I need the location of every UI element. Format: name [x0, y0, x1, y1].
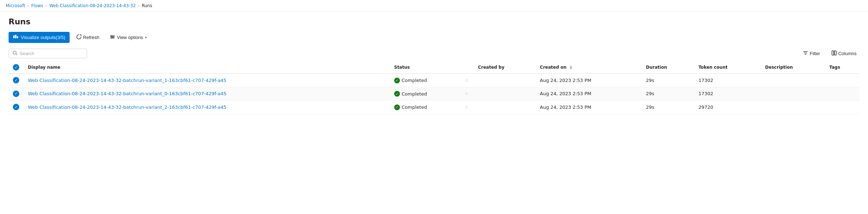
breadcrumb-sep-1: › — [27, 3, 29, 8]
svg-rect-2 — [17, 36, 18, 38]
visualize-label: Visualize outputs(3/5) — [21, 35, 65, 40]
status-completed-icon: ✓ — [394, 91, 400, 97]
row-duration: 29s — [642, 74, 694, 87]
row-token-count: 17302 — [694, 87, 761, 101]
svg-line-10 — [16, 54, 17, 55]
filter-icon — [803, 50, 808, 57]
row-created-by — [474, 101, 536, 114]
svg-rect-15 — [834, 51, 836, 55]
svg-point-8 — [111, 38, 112, 39]
main-content: Runs Visualize outputs(3/5) Refresh — [0, 11, 868, 120]
columns-button[interactable]: Columns — [829, 49, 859, 58]
header-favorite — [463, 61, 474, 74]
view-options-button[interactable]: View options ▾ — [106, 32, 150, 43]
sort-arrow-icon: ↓ — [569, 65, 573, 70]
row-checkbox-cell[interactable]: ✓ — [9, 101, 24, 114]
row-tags — [825, 101, 859, 114]
columns-label: Columns — [838, 51, 857, 56]
search-icon — [12, 50, 17, 57]
row-description — [761, 74, 825, 87]
status-label: Completed — [402, 104, 427, 110]
svg-point-7 — [113, 37, 114, 38]
svg-point-6 — [111, 35, 112, 37]
header-description: Description — [761, 61, 825, 74]
breadcrumb-current: Runs — [142, 3, 152, 8]
toolbar: Visualize outputs(3/5) Refresh — [9, 32, 859, 43]
filter-button[interactable]: Filter — [800, 49, 823, 58]
row-duration: 29s — [642, 87, 694, 101]
row-checked-icon[interactable]: ✓ — [13, 104, 19, 110]
columns-icon — [832, 50, 837, 57]
header-display-name: Display name — [24, 61, 390, 74]
row-created-on: Aug 24, 2023 2:53 PM — [536, 74, 642, 87]
breadcrumb-sep-3: › — [138, 3, 140, 8]
row-checked-icon[interactable]: ✓ — [13, 77, 19, 83]
header-token-count: Token count — [694, 61, 761, 74]
header-status: Status — [390, 61, 463, 74]
view-options-chevron-icon: ▾ — [145, 35, 147, 39]
status-completed-icon: ✓ — [394, 78, 400, 83]
row-checkbox-cell[interactable]: ✓ — [9, 74, 24, 87]
run-name-link[interactable]: Web Classification-08-24-2023-14-43-32-b… — [28, 91, 226, 96]
row-favorite[interactable]: ☆ — [463, 87, 474, 101]
svg-rect-0 — [13, 35, 15, 38]
visualize-icon — [13, 34, 19, 41]
table-header: ✓ Display name Status Created by Created… — [9, 61, 859, 74]
row-created-on: Aug 24, 2023 2:53 PM — [536, 87, 642, 101]
search-box[interactable] — [9, 49, 87, 58]
header-duration: Duration — [642, 61, 694, 74]
search-input[interactable] — [20, 51, 83, 56]
header-created-on[interactable]: Created on ↓ — [536, 61, 642, 74]
row-description — [761, 101, 825, 114]
run-name-link[interactable]: Web Classification-08-24-2023-14-43-32-b… — [28, 78, 226, 83]
breadcrumb: Microsoft › Flows › Web Classification-0… — [0, 0, 868, 11]
breadcrumb-flows[interactable]: Flows — [31, 3, 43, 8]
row-favorite[interactable]: ☆ — [463, 101, 474, 114]
row-created-on: Aug 24, 2023 2:53 PM — [536, 101, 642, 114]
svg-rect-14 — [832, 51, 834, 55]
row-status: ✓ Completed — [390, 101, 463, 114]
row-duration: 29s — [642, 101, 694, 114]
row-token-count: 17302 — [694, 74, 761, 87]
header-checkbox-cell[interactable]: ✓ — [9, 61, 24, 74]
refresh-button[interactable]: Refresh — [72, 32, 104, 43]
table-row: ✓ Web Classification-08-24-2023-14-43-32… — [9, 87, 859, 101]
favorite-star-icon[interactable]: ☆ — [465, 91, 469, 96]
favorite-star-icon[interactable]: ☆ — [465, 104, 469, 110]
status-completed-icon: ✓ — [394, 104, 400, 110]
runs-table: ✓ Display name Status Created by Created… — [9, 61, 859, 114]
row-checked-icon[interactable]: ✓ — [13, 91, 19, 97]
row-tags — [825, 87, 859, 101]
run-name-link[interactable]: Web Classification-08-24-2023-14-43-32-b… — [28, 104, 226, 110]
filter-label: Filter — [810, 51, 820, 56]
row-tags — [825, 74, 859, 87]
row-display-name[interactable]: Web Classification-08-24-2023-14-43-32-b… — [24, 101, 390, 114]
row-favorite[interactable]: ☆ — [463, 74, 474, 87]
svg-point-9 — [13, 51, 16, 54]
row-checkbox-cell[interactable]: ✓ — [9, 87, 24, 101]
row-display-name[interactable]: Web Classification-08-24-2023-14-43-32-b… — [24, 74, 390, 87]
row-status: ✓ Completed — [390, 74, 463, 87]
refresh-icon — [76, 34, 81, 40]
header-checkbox-icon[interactable]: ✓ — [13, 64, 19, 70]
row-description — [761, 87, 825, 101]
breadcrumb-microsoft[interactable]: Microsoft — [6, 3, 25, 8]
breadcrumb-sep-2: › — [45, 3, 47, 8]
header-created-by: Created by — [474, 61, 536, 74]
breadcrumb-flow-name[interactable]: Web Classification-08-24-2023-14-43-32 — [49, 3, 136, 8]
filter-columns-group: Filter Columns — [800, 49, 859, 58]
visualize-outputs-button[interactable]: Visualize outputs(3/5) — [9, 32, 70, 43]
header-tags: Tags — [825, 61, 859, 74]
status-badge: ✓ Completed — [394, 104, 427, 110]
favorite-star-icon[interactable]: ☆ — [465, 78, 469, 83]
svg-rect-1 — [15, 35, 16, 38]
row-token-count: 29720 — [694, 101, 761, 114]
row-display-name[interactable]: Web Classification-08-24-2023-14-43-32-b… — [24, 87, 390, 101]
row-status: ✓ Completed — [390, 87, 463, 101]
status-label: Completed — [402, 78, 427, 83]
view-options-icon — [110, 34, 115, 40]
row-created-by — [474, 87, 536, 101]
refresh-label: Refresh — [83, 35, 100, 40]
view-options-label: View options — [117, 35, 143, 40]
status-label: Completed — [402, 91, 427, 97]
